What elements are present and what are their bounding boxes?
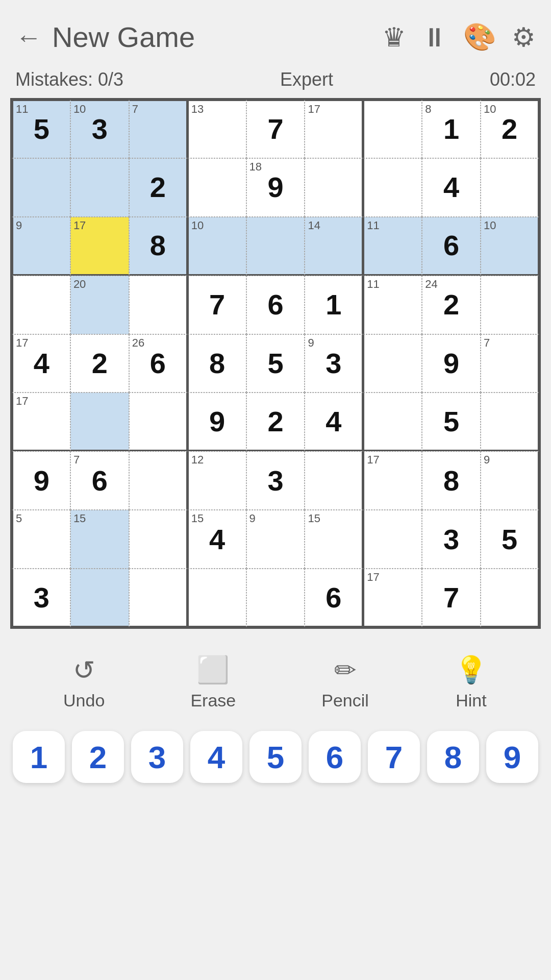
table-row[interactable]: 13	[188, 100, 246, 158]
table-row[interactable]	[129, 569, 188, 627]
numpad-button-4[interactable]: 4	[190, 731, 242, 783]
table-row[interactable]	[129, 276, 188, 334]
table-row[interactable]: 17	[12, 393, 70, 451]
table-row[interactable]	[363, 510, 422, 569]
table-row[interactable]: 5	[12, 510, 70, 569]
table-row[interactable]: 5	[422, 393, 481, 451]
table-row[interactable]: 9	[188, 393, 246, 451]
table-row[interactable]	[305, 451, 363, 510]
settings-icon[interactable]: ⚙	[512, 22, 536, 53]
table-row[interactable]: 266	[129, 334, 188, 393]
table-row[interactable]: 11	[363, 217, 422, 276]
table-row[interactable]: 3	[422, 510, 481, 569]
table-row[interactable]	[246, 569, 305, 627]
table-row[interactable]: 10	[481, 217, 539, 276]
table-row[interactable]	[246, 217, 305, 276]
erase-button[interactable]: ⬜ Erase	[190, 654, 236, 710]
table-row[interactable]	[70, 569, 129, 627]
hint-button[interactable]: 💡 Hint	[455, 654, 488, 710]
numpad-button-5[interactable]: 5	[249, 731, 302, 783]
table-row[interactable]: 17	[305, 100, 363, 158]
table-row[interactable]: 17	[70, 217, 129, 276]
table-row[interactable]	[363, 100, 422, 158]
table-row[interactable]: 14	[305, 217, 363, 276]
back-button[interactable]: ←	[15, 24, 42, 51]
table-row[interactable]	[363, 393, 422, 451]
table-row[interactable]: 8	[188, 334, 246, 393]
table-row[interactable]: 189	[246, 158, 305, 217]
table-row[interactable]: 6	[422, 217, 481, 276]
table-row[interactable]	[129, 451, 188, 510]
table-row[interactable]: 9	[422, 334, 481, 393]
table-row[interactable]: 7	[422, 569, 481, 627]
table-row[interactable]: 15	[70, 510, 129, 569]
table-row[interactable]: 7	[129, 100, 188, 158]
table-row[interactable]: 103	[70, 100, 129, 158]
table-row[interactable]	[305, 158, 363, 217]
table-row[interactable]: 93	[305, 334, 363, 393]
table-row[interactable]: 7	[188, 276, 246, 334]
crown-icon[interactable]: ♛	[382, 22, 406, 53]
pause-icon[interactable]: ⏸	[421, 22, 448, 53]
numpad-button-3[interactable]: 3	[131, 731, 183, 783]
table-row[interactable]: 9	[12, 451, 70, 510]
table-row[interactable]: 15	[305, 510, 363, 569]
table-row[interactable]: 11	[363, 276, 422, 334]
pencil-button[interactable]: ✏ Pencil	[321, 655, 369, 710]
table-row[interactable]: 10	[188, 217, 246, 276]
table-row[interactable]: 242	[422, 276, 481, 334]
table-row[interactable]	[363, 158, 422, 217]
numpad-button-2[interactable]: 2	[72, 731, 124, 783]
table-row[interactable]: 6	[246, 276, 305, 334]
table-row[interactable]: 81	[422, 100, 481, 158]
numpad-button-7[interactable]: 7	[368, 731, 420, 783]
table-row[interactable]: 174	[12, 334, 70, 393]
table-row[interactable]	[129, 393, 188, 451]
table-row[interactable]: 4	[422, 158, 481, 217]
numpad-button-9[interactable]: 9	[486, 731, 538, 783]
table-row[interactable]: 9	[12, 217, 70, 276]
table-row[interactable]	[481, 276, 539, 334]
table-row[interactable]: 102	[481, 100, 539, 158]
cell-value: 6	[325, 583, 341, 612]
numpad-button-1[interactable]: 1	[13, 731, 65, 783]
table-row[interactable]: 6	[305, 569, 363, 627]
table-row[interactable]	[188, 569, 246, 627]
table-row[interactable]	[363, 334, 422, 393]
table-row[interactable]: 17	[363, 569, 422, 627]
table-row[interactable]	[481, 569, 539, 627]
table-row[interactable]	[481, 393, 539, 451]
undo-button[interactable]: ↺ Undo	[63, 655, 105, 710]
table-row[interactable]	[70, 158, 129, 217]
palette-icon[interactable]: 🎨	[463, 21, 496, 53]
table-row[interactable]: 9	[481, 451, 539, 510]
table-row[interactable]: 3	[246, 451, 305, 510]
table-row[interactable]	[12, 158, 70, 217]
numpad-button-8[interactable]: 8	[427, 731, 479, 783]
table-row[interactable]: 20	[70, 276, 129, 334]
table-row[interactable]: 154	[188, 510, 246, 569]
table-row[interactable]	[188, 158, 246, 217]
table-row[interactable]: 5	[481, 510, 539, 569]
table-row[interactable]: 5	[246, 334, 305, 393]
table-row[interactable]	[129, 510, 188, 569]
table-row[interactable]	[481, 158, 539, 217]
table-row[interactable]: 2	[129, 158, 188, 217]
table-row[interactable]	[12, 276, 70, 334]
numpad-button-6[interactable]: 6	[309, 731, 361, 783]
table-row[interactable]: 12	[188, 451, 246, 510]
table-row[interactable]: 2	[246, 393, 305, 451]
table-row[interactable]: 8	[422, 451, 481, 510]
table-row[interactable]: 9	[246, 510, 305, 569]
table-row[interactable]: 76	[70, 451, 129, 510]
table-row[interactable]: 3	[12, 569, 70, 627]
table-row[interactable]: 4	[305, 393, 363, 451]
table-row[interactable]: 115	[12, 100, 70, 158]
table-row[interactable]: 1	[305, 276, 363, 334]
table-row[interactable]: 7	[246, 100, 305, 158]
table-row[interactable]	[70, 393, 129, 451]
table-row[interactable]: 8	[129, 217, 188, 276]
table-row[interactable]: 2	[70, 334, 129, 393]
table-row[interactable]: 7	[481, 334, 539, 393]
table-row[interactable]: 17	[363, 451, 422, 510]
